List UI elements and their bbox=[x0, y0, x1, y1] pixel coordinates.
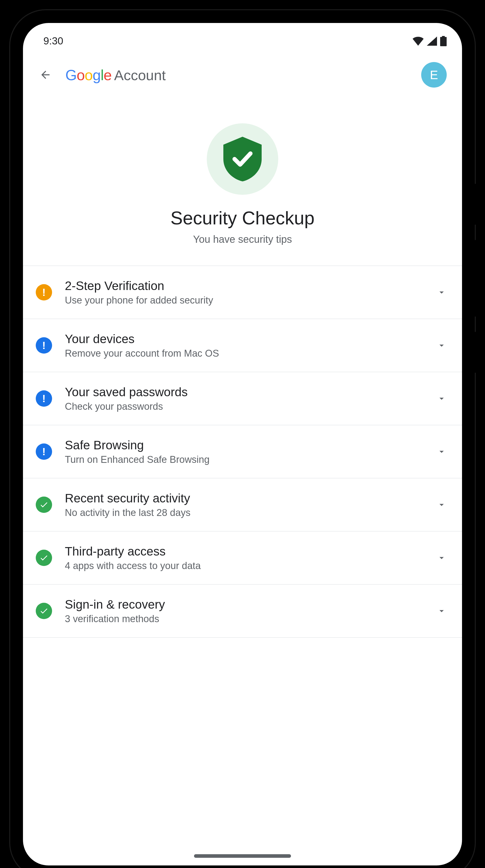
row-sign-in-recovery[interactable]: Sign-in & recovery 3 verification method… bbox=[23, 585, 462, 638]
check-icon bbox=[36, 497, 52, 513]
gesture-bar[interactable] bbox=[194, 854, 291, 858]
row-text: Your devices Remove your account from Ma… bbox=[65, 332, 424, 359]
app-bar: Google Account E bbox=[23, 52, 462, 98]
chevron-down-icon bbox=[437, 446, 447, 457]
chevron-down-icon bbox=[437, 606, 447, 616]
phone-frame: 9:30 Google Account E bbox=[10, 10, 475, 868]
chevron-down-icon bbox=[437, 340, 447, 350]
row-subtitle: Remove your account from Mac OS bbox=[65, 348, 424, 359]
warning-icon: ! bbox=[36, 284, 52, 301]
row-text: Safe Browsing Turn on Enhanced Safe Brow… bbox=[65, 438, 424, 465]
row-subtitle: Use your phone for added security bbox=[65, 295, 424, 306]
wifi-icon bbox=[413, 36, 424, 46]
back-button[interactable] bbox=[38, 68, 53, 82]
chevron-down-icon bbox=[437, 394, 447, 404]
account-label: Account bbox=[114, 67, 166, 84]
chevron-down-icon bbox=[437, 553, 447, 563]
row-third-party-access[interactable]: Third-party access 4 apps with access to… bbox=[23, 531, 462, 585]
side-button bbox=[474, 332, 477, 373]
row-text: 2-Step Verification Use your phone for a… bbox=[65, 279, 424, 306]
row-subtitle: 3 verification methods bbox=[65, 614, 424, 624]
row-safe-browsing[interactable]: ! Safe Browsing Turn on Enhanced Safe Br… bbox=[23, 425, 462, 478]
status-bar: 9:30 bbox=[23, 23, 462, 52]
row-recent-activity[interactable]: Recent security activity No activity in … bbox=[23, 478, 462, 531]
clock: 9:30 bbox=[43, 35, 63, 47]
avatar-initial: E bbox=[430, 68, 438, 82]
row-title: 2-Step Verification bbox=[65, 279, 424, 293]
page-title: Security Checkup bbox=[170, 208, 315, 228]
app-title: Google Account bbox=[65, 66, 409, 84]
signal-icon bbox=[427, 36, 437, 46]
row-2-step-verification[interactable]: ! 2-Step Verification Use your phone for… bbox=[23, 266, 462, 319]
shield-check-icon bbox=[223, 136, 262, 182]
side-button bbox=[474, 184, 477, 225]
status-icons bbox=[413, 36, 447, 46]
chevron-down-icon bbox=[437, 287, 447, 298]
hero: Security Checkup You have security tips bbox=[23, 98, 462, 266]
row-subtitle: No activity in the last 28 days bbox=[65, 507, 424, 518]
row-text: Your saved passwords Check your password… bbox=[65, 385, 424, 412]
checkup-list: ! 2-Step Verification Use your phone for… bbox=[23, 266, 462, 638]
row-title: Your saved passwords bbox=[65, 385, 424, 399]
arrow-left-icon bbox=[39, 69, 52, 81]
side-button bbox=[474, 240, 477, 316]
row-text: Sign-in & recovery 3 verification method… bbox=[65, 597, 424, 624]
row-title: Your devices bbox=[65, 332, 424, 346]
row-subtitle: 4 apps with access to your data bbox=[65, 560, 424, 571]
row-title: Third-party access bbox=[65, 544, 424, 558]
row-subtitle: Turn on Enhanced Safe Browsing bbox=[65, 454, 424, 465]
chevron-down-icon bbox=[437, 500, 447, 510]
info-icon: ! bbox=[36, 337, 52, 353]
info-icon: ! bbox=[36, 390, 52, 407]
row-text: Recent security activity No activity in … bbox=[65, 491, 424, 518]
row-title: Safe Browsing bbox=[65, 438, 424, 452]
row-title: Sign-in & recovery bbox=[65, 597, 424, 612]
battery-icon bbox=[440, 36, 447, 46]
check-icon bbox=[36, 603, 52, 619]
avatar[interactable]: E bbox=[421, 62, 447, 88]
info-icon: ! bbox=[36, 443, 52, 460]
google-logo: Google bbox=[65, 66, 111, 84]
row-subtitle: Check your passwords bbox=[65, 401, 424, 412]
row-saved-passwords[interactable]: ! Your saved passwords Check your passwo… bbox=[23, 372, 462, 425]
row-title: Recent security activity bbox=[65, 491, 424, 505]
page-subtitle: You have security tips bbox=[193, 234, 292, 245]
shield-circle bbox=[207, 123, 278, 195]
check-icon bbox=[36, 550, 52, 566]
screen: 9:30 Google Account E bbox=[23, 23, 462, 865]
row-your-devices[interactable]: ! Your devices Remove your account from … bbox=[23, 319, 462, 372]
row-text: Third-party access 4 apps with access to… bbox=[65, 544, 424, 571]
